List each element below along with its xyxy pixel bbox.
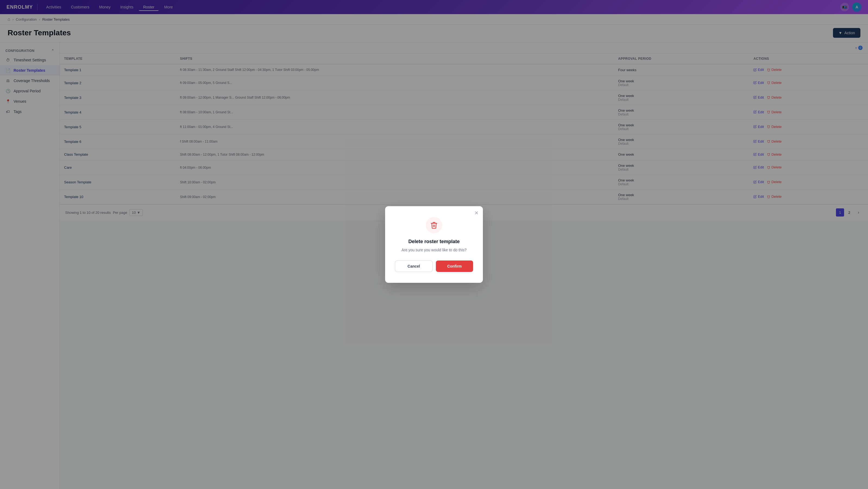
delete-modal: ✕ Delete roster template Are you sure yo… (385, 206, 483, 283)
modal-overlay[interactable]: ✕ Delete roster template Are you sure yo… (0, 0, 868, 489)
modal-title: Delete roster template (395, 239, 473, 245)
confirm-button[interactable]: Confirm (436, 261, 473, 272)
modal-close-button[interactable]: ✕ (474, 211, 478, 215)
modal-actions: Cancel Confirm (395, 261, 473, 272)
modal-body: Are you sure you would like to do this? (395, 247, 473, 253)
trash-icon (430, 221, 438, 229)
modal-icon-wrapper (426, 217, 442, 233)
cancel-button[interactable]: Cancel (395, 261, 433, 272)
